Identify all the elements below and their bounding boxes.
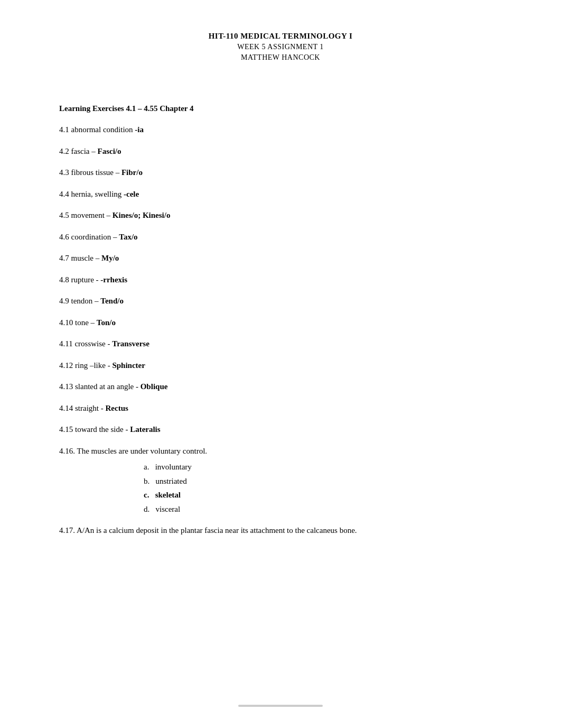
option-d: d. visceral [144,503,502,515]
answer-4-7: My/o [101,254,119,262]
answer-4-1: -ia [135,125,144,134]
exercise-4-10: 4.10 tone – Ton/o [59,317,502,329]
exercise-4-4: 4.4 hernia, swelling -cele [59,188,502,200]
answer-4-15: Lateralis [130,425,161,434]
answer-4-11: Transverse [112,339,149,348]
option-c: c. skeletal [144,489,502,501]
exercise-4-12: 4.12 ring –like - Sphincter [59,360,502,372]
answer-4-3: Fibr/o [121,168,143,177]
header-sub2: MATTHEW HANCOCK [59,53,502,62]
exercise-4-6: 4.6 coordination – Tax/o [59,231,502,243]
exercise-4-16: 4.16. The muscles are under voluntary co… [59,445,502,515]
exercise-4-16-options: a. involuntary b. unstriated c. skeletal… [59,461,502,515]
exercise-4-5: 4.5 movement – Kines/o; Kinesi/o [59,209,502,222]
exercise-4-7: 4.7 muscle – My/o [59,252,502,264]
exercise-4-16-question: 4.16. The muscles are under voluntary co… [59,447,207,455]
exercise-4-3: 4.3 fibrous tissue – Fibr/o [59,167,502,179]
header-title: HIT-110 MEDICAL TERMINOLOGY I [59,32,502,41]
answer-4-14: Rectus [106,404,128,412]
answer-4-4: -cele [124,190,139,198]
exercise-4-2: 4.2 fascia – Fasci/o [59,145,502,158]
document-header: HIT-110 MEDICAL TERMINOLOGY I WEEK 5 ASS… [59,32,502,62]
answer-4-10: Ton/o [97,318,116,327]
exercise-4-14: 4.14 straight - Rectus [59,402,502,414]
answer-4-5: Kines/o; Kinesi/o [113,211,171,219]
answer-4-13: Oblique [141,382,168,391]
bottom-bar [238,705,323,707]
exercise-4-8: 4.8 rupture - -rrhexis [59,274,502,286]
answer-4-2: Fasci/o [97,147,121,155]
exercise-4-13: 4.13 slanted at an angle - Oblique [59,381,502,393]
answer-4-12: Sphincter [112,361,145,370]
answer-4-8: -rrhexis [100,275,127,284]
exercise-4-9: 4.9 tendon – Tend/o [59,295,502,307]
section-title: Learning Exercises 4.1 – 4.55 Chapter 4 [59,104,502,113]
exercise-4-15: 4.15 toward the side - Lateralis [59,423,502,436]
option-a: a. involuntary [144,461,502,473]
exercise-4-17: 4.17. A/An is a calcium deposit in the p… [59,524,502,537]
exercise-4-1: 4.1 abnormal condition -ia [59,124,502,136]
page: HIT-110 MEDICAL TERMINOLOGY I WEEK 5 ASS… [0,0,561,728]
header-sub1: WEEK 5 ASSIGNMENT 1 [59,43,502,51]
answer-4-6: Tax/o [119,233,137,241]
option-b: b. unstriated [144,475,502,487]
exercise-4-11: 4.11 crosswise - Transverse [59,338,502,350]
answer-4-9: Tend/o [100,297,124,305]
